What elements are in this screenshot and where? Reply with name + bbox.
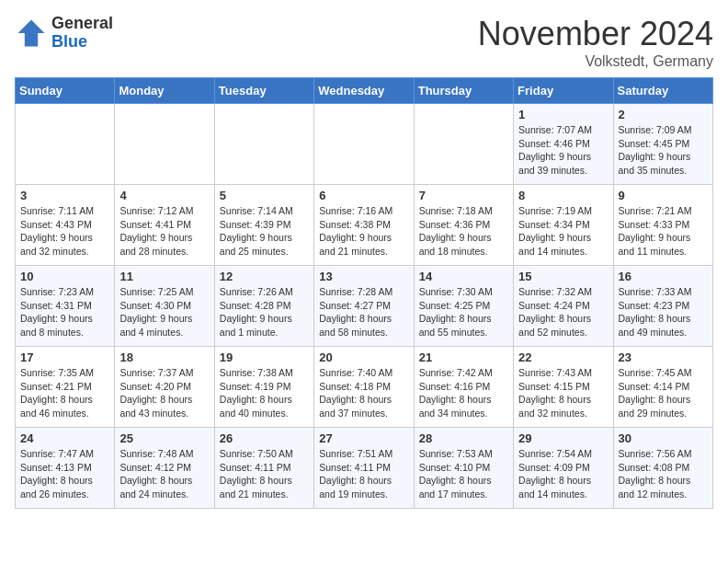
calendar-cell: 26Sunrise: 7:50 AM Sunset: 4:11 PM Dayli… xyxy=(214,428,313,509)
day-info: Sunrise: 7:35 AM Sunset: 4:21 PM Dayligh… xyxy=(20,366,109,420)
week-row-4: 17Sunrise: 7:35 AM Sunset: 4:21 PM Dayli… xyxy=(16,347,713,428)
calendar-cell: 14Sunrise: 7:30 AM Sunset: 4:25 PM Dayli… xyxy=(414,266,513,347)
header-row: SundayMondayTuesdayWednesdayThursdayFrid… xyxy=(16,78,713,104)
day-number: 28 xyxy=(419,431,508,445)
calendar-cell: 4Sunrise: 7:12 AM Sunset: 4:41 PM Daylig… xyxy=(115,185,214,266)
day-info: Sunrise: 7:12 AM Sunset: 4:41 PM Dayligh… xyxy=(119,204,209,259)
day-info: Sunrise: 7:33 AM Sunset: 4:23 PM Dayligh… xyxy=(619,285,708,339)
calendar-cell: 28Sunrise: 7:53 AM Sunset: 4:10 PM Dayli… xyxy=(414,428,513,509)
day-info: Sunrise: 7:40 AM Sunset: 4:18 PM Dayligh… xyxy=(319,366,408,420)
calendar-cell: 19Sunrise: 7:38 AM Sunset: 4:19 PM Dayli… xyxy=(214,347,313,428)
calendar-cell: 25Sunrise: 7:48 AM Sunset: 4:12 PM Dayli… xyxy=(115,428,214,509)
day-number: 14 xyxy=(419,270,508,283)
calendar-cell: 18Sunrise: 7:37 AM Sunset: 4:20 PM Dayli… xyxy=(115,347,214,428)
day-info: Sunrise: 7:23 AM Sunset: 4:31 PM Dayligh… xyxy=(20,285,109,339)
day-info: Sunrise: 7:16 AM Sunset: 4:38 PM Dayligh… xyxy=(319,204,408,259)
calendar-cell: 21Sunrise: 7:42 AM Sunset: 4:16 PM Dayli… xyxy=(414,347,513,428)
calendar-cell xyxy=(214,104,313,185)
calendar-cell: 6Sunrise: 7:16 AM Sunset: 4:38 PM Daylig… xyxy=(314,185,414,266)
day-number: 22 xyxy=(518,350,608,364)
day-header-friday: Friday xyxy=(514,78,613,104)
location-subtitle: Volkstedt, Germany xyxy=(478,53,713,70)
calendar-cell: 16Sunrise: 7:33 AM Sunset: 4:23 PM Dayli… xyxy=(613,266,712,347)
day-number: 6 xyxy=(319,189,408,202)
calendar-cell: 24Sunrise: 7:47 AM Sunset: 4:13 PM Dayli… xyxy=(16,428,115,509)
day-info: Sunrise: 7:45 AM Sunset: 4:14 PM Dayligh… xyxy=(619,366,708,420)
day-number: 9 xyxy=(619,189,708,202)
page-header: General Blue November 2024 Volkstedt, Ge… xyxy=(15,15,713,70)
day-info: Sunrise: 7:43 AM Sunset: 4:15 PM Dayligh… xyxy=(518,366,608,420)
calendar-cell: 20Sunrise: 7:40 AM Sunset: 4:18 PM Dayli… xyxy=(314,347,414,428)
calendar-cell xyxy=(16,104,115,185)
week-row-3: 10Sunrise: 7:23 AM Sunset: 4:31 PM Dayli… xyxy=(16,266,713,347)
day-info: Sunrise: 7:18 AM Sunset: 4:36 PM Dayligh… xyxy=(419,204,508,259)
logo: General Blue xyxy=(15,15,113,52)
month-title: November 2024 xyxy=(478,15,713,53)
calendar-cell xyxy=(115,104,214,185)
day-info: Sunrise: 7:30 AM Sunset: 4:25 PM Dayligh… xyxy=(419,285,508,339)
day-info: Sunrise: 7:53 AM Sunset: 4:10 PM Dayligh… xyxy=(419,447,508,501)
title-block: November 2024 Volkstedt, Germany xyxy=(478,15,713,70)
day-number: 7 xyxy=(419,189,508,202)
day-number: 15 xyxy=(518,270,608,283)
day-number: 13 xyxy=(319,270,408,283)
day-header-thursday: Thursday xyxy=(414,78,513,104)
day-header-wednesday: Wednesday xyxy=(314,78,414,104)
day-header-tuesday: Tuesday xyxy=(214,78,313,104)
day-number: 12 xyxy=(220,270,309,283)
calendar-cell: 3Sunrise: 7:11 AM Sunset: 4:43 PM Daylig… xyxy=(16,185,115,266)
calendar-cell: 5Sunrise: 7:14 AM Sunset: 4:39 PM Daylig… xyxy=(214,185,313,266)
day-header-monday: Monday xyxy=(115,78,214,104)
day-number: 19 xyxy=(220,350,309,364)
calendar-table: SundayMondayTuesdayWednesdayThursdayFrid… xyxy=(15,77,713,509)
day-info: Sunrise: 7:56 AM Sunset: 4:08 PM Dayligh… xyxy=(619,447,708,501)
day-info: Sunrise: 7:25 AM Sunset: 4:30 PM Dayligh… xyxy=(119,285,209,339)
day-info: Sunrise: 7:26 AM Sunset: 4:28 PM Dayligh… xyxy=(220,285,309,339)
day-number: 26 xyxy=(220,431,309,445)
day-info: Sunrise: 7:51 AM Sunset: 4:11 PM Dayligh… xyxy=(319,447,408,501)
day-number: 11 xyxy=(119,270,209,283)
day-info: Sunrise: 7:47 AM Sunset: 4:13 PM Dayligh… xyxy=(20,447,109,501)
day-number: 18 xyxy=(119,350,209,364)
day-number: 2 xyxy=(619,108,708,121)
calendar-cell: 7Sunrise: 7:18 AM Sunset: 4:36 PM Daylig… xyxy=(414,185,513,266)
day-number: 1 xyxy=(518,108,608,121)
day-number: 30 xyxy=(619,431,708,445)
day-info: Sunrise: 7:38 AM Sunset: 4:19 PM Dayligh… xyxy=(220,366,309,420)
day-info: Sunrise: 7:11 AM Sunset: 4:43 PM Dayligh… xyxy=(20,204,109,259)
calendar-cell: 27Sunrise: 7:51 AM Sunset: 4:11 PM Dayli… xyxy=(314,428,414,509)
day-header-saturday: Saturday xyxy=(613,78,712,104)
day-info: Sunrise: 7:07 AM Sunset: 4:46 PM Dayligh… xyxy=(518,123,608,178)
calendar-cell: 15Sunrise: 7:32 AM Sunset: 4:24 PM Dayli… xyxy=(514,266,613,347)
day-info: Sunrise: 7:37 AM Sunset: 4:20 PM Dayligh… xyxy=(119,366,209,420)
week-row-1: 1Sunrise: 7:07 AM Sunset: 4:46 PM Daylig… xyxy=(16,104,713,185)
calendar-cell: 1Sunrise: 7:07 AM Sunset: 4:46 PM Daylig… xyxy=(514,104,613,185)
day-number: 10 xyxy=(20,270,109,283)
day-number: 3 xyxy=(20,189,109,202)
calendar-cell: 12Sunrise: 7:26 AM Sunset: 4:28 PM Dayli… xyxy=(214,266,313,347)
svg-marker-0 xyxy=(18,19,45,46)
calendar-cell: 11Sunrise: 7:25 AM Sunset: 4:30 PM Dayli… xyxy=(115,266,214,347)
day-number: 25 xyxy=(119,431,209,445)
day-number: 16 xyxy=(619,270,708,283)
day-info: Sunrise: 7:32 AM Sunset: 4:24 PM Dayligh… xyxy=(518,285,608,339)
calendar-cell: 22Sunrise: 7:43 AM Sunset: 4:15 PM Dayli… xyxy=(514,347,613,428)
day-number: 20 xyxy=(319,350,408,364)
day-info: Sunrise: 7:19 AM Sunset: 4:34 PM Dayligh… xyxy=(518,204,608,259)
logo-blue: Blue xyxy=(51,33,113,52)
calendar-cell: 23Sunrise: 7:45 AM Sunset: 4:14 PM Dayli… xyxy=(613,347,712,428)
calendar-cell: 10Sunrise: 7:23 AM Sunset: 4:31 PM Dayli… xyxy=(16,266,115,347)
calendar-cell: 29Sunrise: 7:54 AM Sunset: 4:09 PM Dayli… xyxy=(514,428,613,509)
day-info: Sunrise: 7:09 AM Sunset: 4:45 PM Dayligh… xyxy=(619,123,708,178)
logo-general: General xyxy=(51,15,113,33)
calendar-cell: 30Sunrise: 7:56 AM Sunset: 4:08 PM Dayli… xyxy=(613,428,712,509)
day-info: Sunrise: 7:42 AM Sunset: 4:16 PM Dayligh… xyxy=(419,366,508,420)
calendar-cell: 9Sunrise: 7:21 AM Sunset: 4:33 PM Daylig… xyxy=(613,185,712,266)
calendar-cell: 17Sunrise: 7:35 AM Sunset: 4:21 PM Dayli… xyxy=(16,347,115,428)
calendar-cell: 13Sunrise: 7:28 AM Sunset: 4:27 PM Dayli… xyxy=(314,266,414,347)
day-number: 24 xyxy=(20,431,109,445)
day-info: Sunrise: 7:14 AM Sunset: 4:39 PM Dayligh… xyxy=(220,204,309,259)
day-number: 8 xyxy=(518,189,608,202)
calendar-cell xyxy=(314,104,414,185)
day-header-sunday: Sunday xyxy=(16,78,115,104)
